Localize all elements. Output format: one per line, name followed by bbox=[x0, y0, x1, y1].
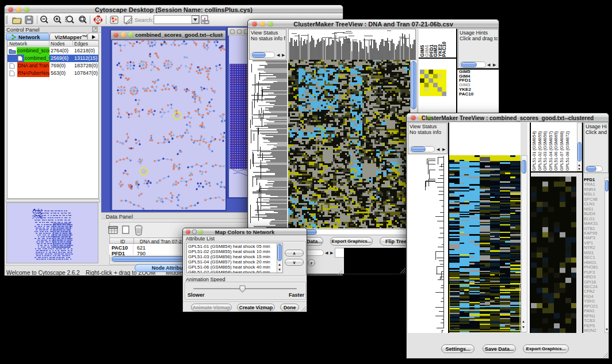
svg-text:GPL51-08 (GSM872): GPL51-08 (GSM872) bbox=[565, 131, 570, 171]
svg-text:GPL51-03 (GSM856): GPL51-03 (GSM856) bbox=[542, 131, 548, 171]
svg-text:GPL51-06 (GSM865): GPL51-06 (GSM865) bbox=[553, 131, 559, 171]
svg-text:GPL51-02 (GSM855): GPL51-02 (GSM855) bbox=[537, 131, 542, 171]
svg-text:PAC10: PAC10 bbox=[441, 41, 447, 57]
svg-text:GPL51-01 (GSM854): GPL51-01 (GSM854) bbox=[531, 131, 537, 171]
svg-text:GPL51-07 (GSM868): GPL51-07 (GSM868) bbox=[559, 131, 564, 171]
svg-text:GPL51-04 (GSM857): GPL51-04 (GSM857) bbox=[548, 131, 553, 171]
